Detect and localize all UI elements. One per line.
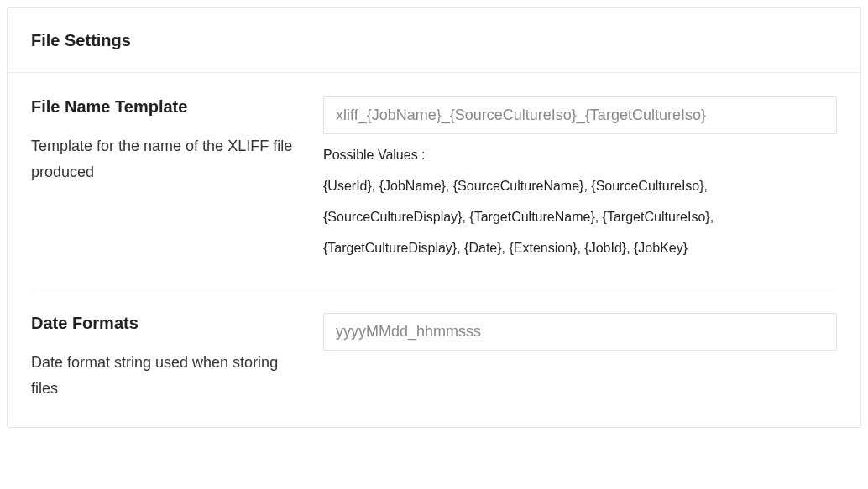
possible-values-label: Possible Values : — [323, 148, 837, 163]
panel-title: File Settings — [31, 31, 837, 50]
setting-right-col — [323, 313, 837, 401]
date-formats-description: Date format string used when storing fil… — [31, 350, 303, 401]
possible-values-list: {UserId}, {JobName}, {SourceCultureName}… — [323, 171, 837, 263]
file-name-template-description: Template for the name of the XLIFF file … — [31, 133, 303, 185]
panel-body: File Name Template Template for the name… — [8, 73, 860, 427]
file-name-template-label: File Name Template — [31, 96, 303, 117]
panel-header: File Settings — [8, 8, 860, 73]
setting-date-formats: Date Formats Date format string used whe… — [31, 289, 837, 426]
setting-left-col: File Name Template Template for the name… — [31, 96, 323, 263]
date-formats-input[interactable] — [323, 313, 837, 351]
date-formats-label: Date Formats — [31, 313, 303, 333]
setting-left-col: Date Formats Date format string used whe… — [31, 313, 323, 401]
file-settings-panel: File Settings File Name Template Templat… — [7, 7, 861, 428]
file-name-template-input[interactable] — [323, 96, 837, 134]
setting-right-col: Possible Values : {UserId}, {JobName}, {… — [323, 96, 837, 263]
setting-file-name-template: File Name Template Template for the name… — [31, 73, 837, 289]
